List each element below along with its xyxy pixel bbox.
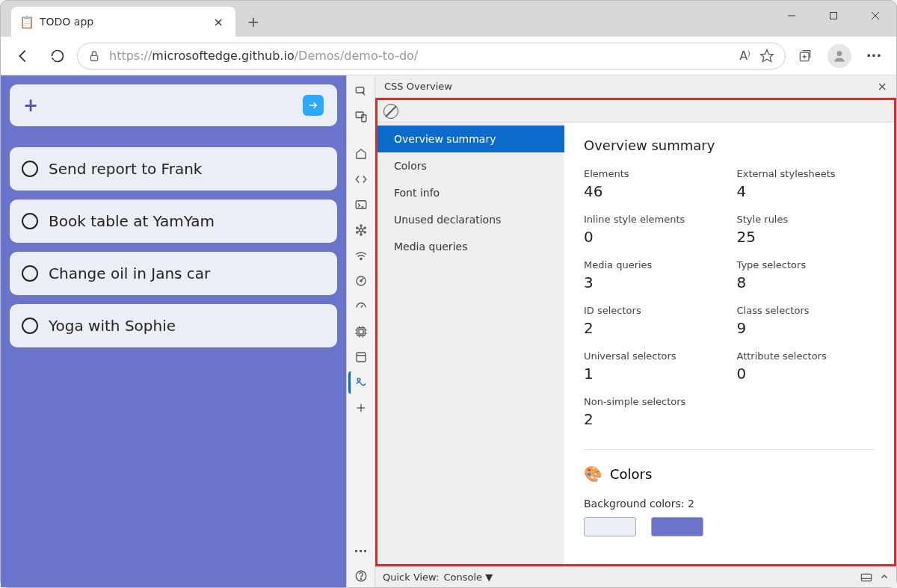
bg-colors-label: Background colors: 2 (584, 498, 875, 510)
todo-new-item-input[interactable]: + (10, 84, 337, 126)
back-button[interactable] (8, 41, 38, 71)
nav-media-queries[interactable]: Media queries (377, 233, 564, 260)
minimize-button[interactable] (771, 1, 813, 31)
close-window-button[interactable] (854, 1, 896, 31)
svg-rect-10 (356, 87, 364, 93)
help-icon[interactable] (350, 565, 372, 587)
stat-label: Universal selectors (584, 350, 722, 362)
stat-label: ID selectors (584, 305, 722, 316)
inspect-icon[interactable] (350, 80, 372, 102)
stat-label: Class selectors (737, 305, 875, 316)
more-tools-icon[interactable] (350, 397, 372, 419)
svg-point-30 (360, 280, 361, 282)
stat-block: Universal selectors1 (584, 350, 722, 383)
quickview-select[interactable]: Console ▼ (443, 572, 493, 583)
color-swatch[interactable] (651, 517, 703, 536)
checkbox-icon[interactable] (22, 265, 38, 282)
stat-block: Attribute selectors0 (737, 350, 875, 383)
device-icon[interactable] (350, 105, 372, 128)
profile-button[interactable] (824, 41, 854, 71)
svg-rect-1 (830, 13, 837, 19)
devtools-tool-tabs: ··· (347, 75, 375, 587)
clipboard-icon: 📋 (20, 15, 34, 28)
network-icon[interactable] (350, 244, 372, 267)
performance-icon[interactable] (350, 270, 372, 292)
nav-colors[interactable]: Colors (377, 152, 564, 179)
svg-line-31 (361, 306, 363, 308)
clear-overview-button[interactable] (383, 104, 398, 119)
todo-item-label: Send report to Frank (49, 160, 202, 178)
console-icon[interactable] (350, 194, 372, 216)
read-aloud-icon[interactable]: A⁾ (739, 49, 750, 63)
refresh-button[interactable] (43, 41, 73, 71)
stat-label: Elements (584, 168, 722, 179)
app-panel-icon[interactable] (350, 346, 372, 368)
svg-rect-42 (357, 353, 366, 362)
nav-unused-declarations[interactable]: Unused declarations (377, 206, 564, 233)
stat-value: 1 (584, 365, 722, 383)
stat-label: External stylesheets (737, 168, 875, 179)
stat-block: Class selectors9 (737, 305, 875, 337)
address-bar: https://microsoftedge.github.io/Demos/de… (1, 37, 896, 75)
svg-point-15 (359, 229, 363, 232)
svg-marker-5 (761, 49, 774, 61)
new-tab-button[interactable]: + (240, 8, 267, 35)
application-icon[interactable] (350, 321, 372, 343)
close-panel-button[interactable]: × (878, 79, 887, 93)
nav-font-info[interactable]: Font info (377, 179, 564, 206)
svg-rect-33 (359, 329, 363, 334)
stat-label: Media queries (584, 259, 722, 270)
stat-value: 46 (584, 182, 722, 200)
browser-tab[interactable]: 📋 TODO app × (11, 7, 235, 37)
url-text: https://microsoftedge.github.io/Demos/de… (109, 49, 730, 63)
stat-value: 0 (584, 228, 722, 246)
svg-point-48 (360, 578, 361, 579)
todo-item[interactable]: Send report to Frank (10, 147, 337, 191)
favorite-icon[interactable] (759, 49, 774, 64)
stat-value: 25 (737, 228, 875, 246)
settings-dots-icon[interactable]: ··· (350, 539, 372, 562)
dock-side-icon[interactable] (860, 572, 872, 583)
todo-app: + Send report to Frank Book table at Yam… (1, 75, 346, 587)
stat-block: Elements46 (584, 168, 722, 200)
todo-item[interactable]: Change oil in Jans car (10, 252, 337, 295)
close-tab-button[interactable]: × (211, 13, 226, 31)
panel-title: CSS Overview (384, 81, 452, 92)
todo-item-label: Yoga with Sophie (49, 317, 176, 335)
lock-icon (88, 50, 100, 62)
stat-label: Type selectors (737, 259, 875, 270)
todo-item[interactable]: Book table at YamYam (10, 199, 337, 243)
submit-button[interactable] (303, 95, 324, 116)
divider (584, 449, 875, 450)
stat-block: Non-simple selectors2 (584, 396, 722, 428)
collections-icon[interactable] (790, 41, 820, 71)
avatar-icon (827, 44, 851, 68)
stat-value: 9 (737, 319, 875, 337)
svg-point-28 (360, 258, 361, 259)
quickview-label: Quick View: (383, 572, 439, 583)
stat-block: Media queries3 (584, 259, 722, 291)
sources-icon[interactable] (350, 219, 372, 241)
stat-value: 8 (737, 273, 875, 291)
checkbox-icon[interactable] (22, 318, 38, 334)
stat-label: Style rules (737, 214, 875, 225)
stat-value: 2 (584, 410, 722, 428)
checkbox-icon[interactable] (22, 161, 38, 177)
svg-rect-49 (861, 574, 871, 581)
stat-label: Non-simple selectors (584, 396, 722, 407)
maximize-button[interactable] (813, 1, 854, 31)
menu-button[interactable]: ··· (859, 41, 889, 71)
memory-icon[interactable] (350, 295, 372, 318)
devtools-panel-title-bar: CSS Overview × (375, 75, 896, 98)
welcome-icon[interactable] (350, 143, 372, 165)
color-swatch[interactable] (584, 517, 636, 536)
checkbox-icon[interactable] (22, 213, 38, 229)
nav-overview-summary[interactable]: Overview summary (377, 126, 564, 152)
css-overview-toolbar (377, 100, 894, 123)
elements-icon[interactable] (350, 168, 372, 191)
url-input[interactable]: https://microsoftedge.github.io/Demos/de… (77, 43, 786, 69)
todo-item[interactable]: Yoga with Sophie (10, 304, 337, 347)
stat-value: 4 (737, 182, 875, 200)
css-overview-icon[interactable] (348, 371, 371, 394)
expand-icon[interactable] (880, 572, 889, 583)
